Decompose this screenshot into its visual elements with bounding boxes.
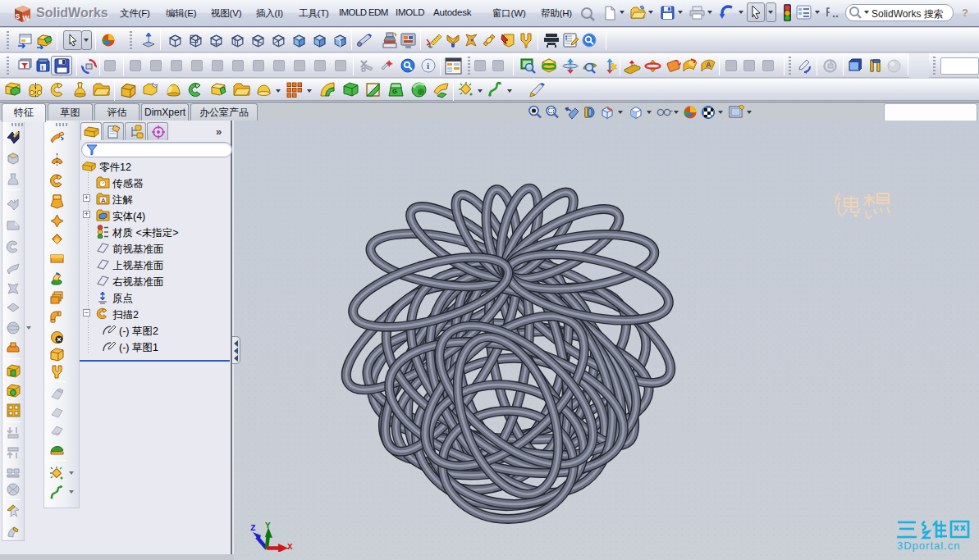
svg-text:i: i — [42, 64, 43, 71]
svg-text:i: i — [427, 61, 429, 71]
svg-text:Z: Z — [250, 523, 256, 533]
svg-text:S: S — [16, 12, 21, 20]
svg-text:A: A — [706, 61, 711, 69]
svg-text:W: W — [23, 14, 30, 22]
svg-text:G: G — [392, 88, 397, 95]
svg-text:Y: Y — [265, 521, 271, 530]
svg-text:X: X — [287, 542, 293, 552]
svg-text:A: A — [101, 197, 106, 204]
